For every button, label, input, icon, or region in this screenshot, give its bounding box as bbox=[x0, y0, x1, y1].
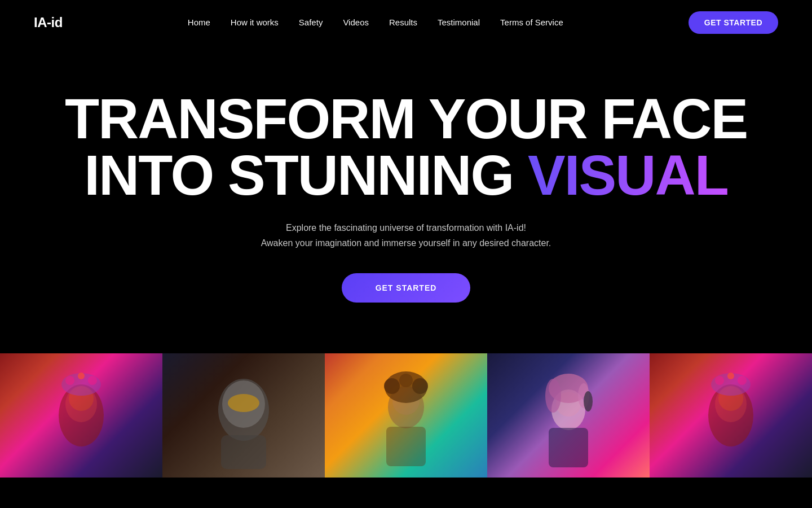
gallery-item-1 bbox=[0, 353, 162, 478]
logo: IA-id bbox=[34, 15, 63, 30]
svg-point-6 bbox=[78, 373, 85, 379]
gallery-item-3 bbox=[325, 353, 487, 478]
hero-subtitle-line1: Explore the fascinating universe of tran… bbox=[286, 223, 526, 233]
svg-point-4 bbox=[65, 376, 74, 385]
hero-section: TRANSFORM YOUR FACE INTO STUNNING VISUAL… bbox=[0, 45, 812, 325]
gallery-face-2 bbox=[162, 353, 325, 478]
nav-item-safety[interactable]: Safety bbox=[299, 17, 323, 28]
image-gallery bbox=[0, 353, 812, 478]
svg-point-23 bbox=[584, 391, 593, 411]
nav-link-results[interactable]: Results bbox=[389, 17, 417, 27]
nav-item-terms[interactable]: Terms of Service bbox=[500, 17, 563, 28]
nav-link-home[interactable]: Home bbox=[188, 17, 210, 27]
gallery-face-3 bbox=[325, 353, 487, 478]
hero-title-visual: VISUAL bbox=[528, 143, 728, 207]
hero-title-line2: INTO STUNNING VISUAL bbox=[11, 147, 801, 203]
nav-link-videos[interactable]: Videos bbox=[343, 17, 369, 27]
svg-point-14 bbox=[384, 378, 400, 394]
gallery-face-4 bbox=[487, 353, 650, 478]
nav-link-terms[interactable]: Terms of Service bbox=[500, 17, 563, 27]
nav-cta-button[interactable]: GET STARTED bbox=[689, 11, 778, 34]
svg-point-9 bbox=[228, 394, 259, 412]
nav-item-results[interactable]: Results bbox=[389, 17, 417, 28]
hero-cta-button[interactable]: GET STARTED bbox=[342, 273, 471, 303]
gallery-face-1 bbox=[0, 353, 162, 478]
nav-link-how-it-works[interactable]: How it works bbox=[231, 17, 279, 27]
hero-title-line2-text: INTO STUNNING bbox=[84, 143, 528, 207]
gallery-item-2 bbox=[162, 353, 325, 478]
nav-links: Home How it works Safety Videos Results … bbox=[188, 17, 563, 28]
svg-point-29 bbox=[715, 376, 724, 385]
gallery-item-5 bbox=[650, 353, 812, 478]
hero-title-line1: TRANSFORM YOUR FACE bbox=[11, 90, 801, 147]
svg-rect-24 bbox=[549, 428, 588, 467]
svg-point-31 bbox=[727, 373, 734, 379]
svg-point-21 bbox=[545, 379, 561, 413]
svg-point-15 bbox=[412, 378, 428, 394]
nav-item-how-it-works[interactable]: How it works bbox=[231, 17, 279, 28]
svg-rect-17 bbox=[386, 427, 426, 466]
nav-link-testimonial[interactable]: Testimonial bbox=[438, 17, 480, 27]
hero-title: TRANSFORM YOUR FACE INTO STUNNING VISUAL bbox=[11, 90, 801, 203]
nav-link-safety[interactable]: Safety bbox=[299, 17, 323, 27]
nav-item-testimonial[interactable]: Testimonial bbox=[438, 17, 480, 28]
hero-subtitle: Explore the fascinating universe of tran… bbox=[11, 220, 801, 251]
gallery-item-4 bbox=[487, 353, 650, 478]
gallery-face-5 bbox=[650, 353, 812, 478]
svg-rect-10 bbox=[221, 435, 266, 469]
hero-subtitle-line2: Awaken your imagination and immerse your… bbox=[261, 238, 551, 248]
navbar: IA-id Home How it works Safety Videos Re… bbox=[0, 0, 812, 45]
nav-item-videos[interactable]: Videos bbox=[343, 17, 369, 28]
svg-point-30 bbox=[738, 376, 747, 385]
svg-point-16 bbox=[399, 374, 413, 387]
nav-item-home[interactable]: Home bbox=[188, 17, 210, 28]
svg-point-5 bbox=[88, 376, 97, 385]
